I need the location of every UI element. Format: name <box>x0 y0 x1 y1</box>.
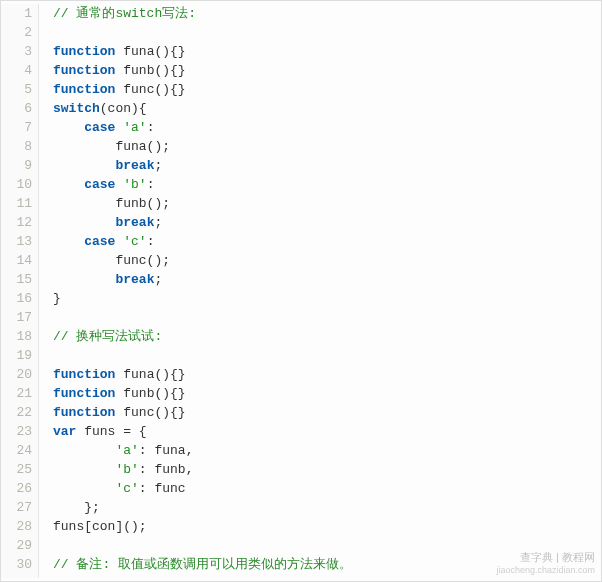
code-line: var funs = { <box>53 422 601 441</box>
token-pn <box>53 462 115 477</box>
code-line: break; <box>53 213 601 232</box>
token-id: funb <box>123 63 154 78</box>
code-line: function funb(){} <box>53 61 601 80</box>
token-pn <box>53 272 115 287</box>
token-pn: funs[con](); <box>53 519 147 534</box>
token-str: 'b' <box>123 177 146 192</box>
token-kw: function <box>53 44 115 59</box>
token-cm: // 通常的switch写法: <box>53 6 196 21</box>
token-kw: function <box>53 405 115 420</box>
token-pn: (){} <box>154 386 185 401</box>
code-line: function func(){} <box>53 80 601 99</box>
code-line: 'a': funa, <box>53 441 601 460</box>
token-id: funb <box>123 386 154 401</box>
code-line: function funb(){} <box>53 384 601 403</box>
token-kw: switch <box>53 101 100 116</box>
token-str: 'a' <box>115 443 138 458</box>
line-number: 20 <box>1 365 32 384</box>
line-number: 3 <box>1 42 32 61</box>
code-line: break; <box>53 270 601 289</box>
token-str: 'c' <box>115 481 138 496</box>
token-pn: (){} <box>154 44 185 59</box>
line-number: 9 <box>1 156 32 175</box>
token-pn <box>53 158 115 173</box>
line-number: 21 <box>1 384 32 403</box>
line-number: 12 <box>1 213 32 232</box>
line-number: 1 <box>1 4 32 23</box>
code-line: } <box>53 289 601 308</box>
token-kw: case <box>84 234 115 249</box>
token-pn: } <box>53 291 61 306</box>
code-line: // 通常的switch写法: <box>53 4 601 23</box>
code-line: function funa(){} <box>53 42 601 61</box>
token-pn: : funa, <box>139 443 194 458</box>
code-line: funb(); <box>53 194 601 213</box>
code-line <box>53 23 601 42</box>
code-line: case 'b': <box>53 175 601 194</box>
line-number: 17 <box>1 308 32 327</box>
token-kw: var <box>53 424 76 439</box>
code-block: 1234567891011121314151617181920212223242… <box>0 0 602 582</box>
code-content: // 通常的switch写法: function funa(){}functio… <box>53 4 601 574</box>
line-number: 25 <box>1 460 32 479</box>
line-number: 23 <box>1 422 32 441</box>
code-line: function func(){} <box>53 403 601 422</box>
code-line <box>53 346 601 365</box>
token-pn: (){} <box>154 367 185 382</box>
code-line: // 备注: 取值或函数调用可以用类似的方法来做。 <box>53 555 601 574</box>
line-number: 7 <box>1 118 32 137</box>
token-pn: funs = { <box>76 424 146 439</box>
line-number: 18 <box>1 327 32 346</box>
token-pn: func(); <box>53 253 170 268</box>
code-line: // 换种写法试试: <box>53 327 601 346</box>
token-pn: ; <box>154 272 162 287</box>
token-kw: break <box>115 272 154 287</box>
code-line: case 'a': <box>53 118 601 137</box>
token-id: funa <box>123 367 154 382</box>
token-kw: function <box>53 386 115 401</box>
line-number: 22 <box>1 403 32 422</box>
token-cm: // 换种写法试试: <box>53 329 162 344</box>
line-number: 13 <box>1 232 32 251</box>
token-pn <box>53 120 84 135</box>
token-pn: ; <box>154 158 162 173</box>
token-kw: function <box>53 82 115 97</box>
token-pn: ; <box>154 215 162 230</box>
token-str: 'c' <box>123 234 146 249</box>
token-pn <box>53 215 115 230</box>
line-number: 14 <box>1 251 32 270</box>
token-kw: function <box>53 63 115 78</box>
code-line: 'c': func <box>53 479 601 498</box>
token-pn: : func <box>139 481 186 496</box>
token-pn: : <box>147 120 155 135</box>
token-pn <box>53 443 115 458</box>
token-id: func <box>123 82 154 97</box>
code-line: 'b': funb, <box>53 460 601 479</box>
code-line: }; <box>53 498 601 517</box>
line-number: 24 <box>1 441 32 460</box>
line-number-gutter: 1234567891011121314151617181920212223242… <box>1 4 39 578</box>
token-pn: funb(); <box>53 196 170 211</box>
code-line: case 'c': <box>53 232 601 251</box>
line-number: 2 <box>1 23 32 42</box>
token-pn: funa(); <box>53 139 170 154</box>
line-number: 28 <box>1 517 32 536</box>
token-str: 'b' <box>115 462 138 477</box>
token-pn: (){} <box>154 63 185 78</box>
token-id: func <box>123 405 154 420</box>
token-pn: (){} <box>154 82 185 97</box>
code-line: funa(); <box>53 137 601 156</box>
token-kw: break <box>115 215 154 230</box>
code-line: funs[con](); <box>53 517 601 536</box>
line-number: 15 <box>1 270 32 289</box>
token-id: funa <box>123 44 154 59</box>
token-cm: // 备注: 取值或函数调用可以用类似的方法来做。 <box>53 557 352 572</box>
code-line: switch(con){ <box>53 99 601 118</box>
line-number: 5 <box>1 80 32 99</box>
token-pn: : <box>147 234 155 249</box>
line-number: 29 <box>1 536 32 555</box>
token-kw: function <box>53 367 115 382</box>
token-pn: : funb, <box>139 462 194 477</box>
token-pn <box>53 481 115 496</box>
line-number: 27 <box>1 498 32 517</box>
